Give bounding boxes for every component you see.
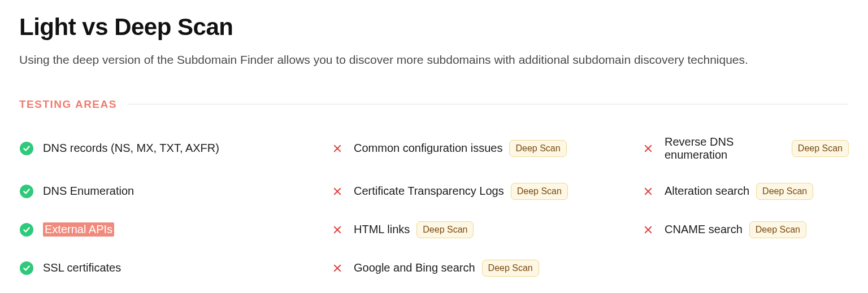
- area-item-dns-enumeration: DNS Enumeration: [19, 184, 330, 199]
- x-icon: [641, 184, 656, 199]
- check-icon: [19, 184, 34, 199]
- page-title: Light vs Deep Scan: [19, 14, 849, 41]
- section-header: TESTING AREAS: [19, 98, 849, 111]
- area-label: Certificate Transparency Logs: [354, 185, 504, 198]
- area-label: HTML links: [354, 223, 410, 236]
- deep-scan-badge: Deep Scan: [482, 260, 539, 277]
- area-item-external-apis: External APIs: [19, 222, 330, 237]
- check-icon: [19, 222, 34, 237]
- area-label: Google and Bing search: [354, 261, 475, 274]
- x-icon: [330, 184, 345, 199]
- deep-scan-badge: Deep Scan: [749, 221, 806, 238]
- check-icon: [19, 141, 34, 156]
- area-item-common-config-issues: Common configuration issues Deep Scan: [330, 140, 641, 157]
- testing-areas-grid: DNS records (NS, MX, TXT, AXFR) DNS Enum…: [19, 135, 849, 277]
- area-label-highlighted: External APIs: [43, 222, 114, 237]
- deep-scan-badge: Deep Scan: [511, 183, 568, 200]
- area-label: Common configuration issues: [354, 142, 502, 155]
- section-label: TESTING AREAS: [19, 98, 117, 111]
- area-item-ssl-certificates: SSL certificates: [19, 261, 330, 275]
- area-item-alteration-search: Alteration search Deep Scan: [641, 183, 849, 200]
- deep-scan-badge: Deep Scan: [509, 140, 566, 157]
- area-label: DNS Enumeration: [43, 185, 134, 198]
- check-icon: [19, 261, 34, 275]
- section-rule: [127, 104, 849, 104]
- x-icon: [330, 222, 345, 237]
- deep-scan-badge: Deep Scan: [416, 221, 474, 238]
- area-label: Reverse DNS enumeration: [665, 135, 785, 161]
- area-item-reverse-dns: Reverse DNS enumeration Deep Scan: [641, 135, 849, 161]
- area-label: CNAME search: [665, 223, 743, 236]
- area-item-google-bing-search: Google and Bing search Deep Scan: [330, 260, 641, 277]
- x-icon: [330, 141, 345, 156]
- area-label: SSL certificates: [43, 261, 121, 274]
- area-item-dns-records: DNS records (NS, MX, TXT, AXFR): [19, 141, 330, 156]
- x-icon: [641, 141, 656, 156]
- deep-scan-badge: Deep Scan: [756, 183, 813, 200]
- x-icon: [330, 261, 345, 275]
- area-item-ct-logs: Certificate Transparency Logs Deep Scan: [330, 183, 641, 200]
- area-item-html-links: HTML links Deep Scan: [330, 221, 641, 238]
- page-subtitle: Using the deep version of the Subdomain …: [19, 51, 849, 69]
- area-label: Alteration search: [665, 185, 749, 198]
- x-icon: [641, 222, 656, 237]
- area-label: DNS records (NS, MX, TXT, AXFR): [43, 142, 219, 155]
- area-item-cname-search: CNAME search Deep Scan: [641, 221, 849, 238]
- deep-scan-badge: Deep Scan: [792, 140, 849, 157]
